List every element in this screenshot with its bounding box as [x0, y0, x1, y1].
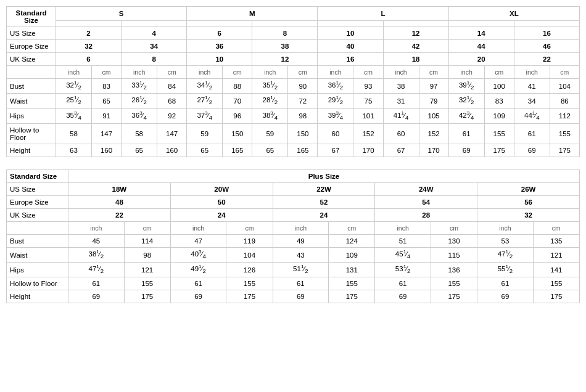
hips-m1-cm: 96	[223, 108, 252, 123]
hips-l2-inch: 411⁄4	[383, 108, 419, 123]
xl-col2	[514, 21, 579, 27]
hips-xl1-cm: 109	[484, 108, 514, 123]
plus-height-18w-inch: 69	[68, 290, 125, 303]
waist-l1-cm: 75	[353, 94, 383, 108]
plus-height-22w-cm: 175	[329, 290, 375, 303]
waist-m2-inch: 281⁄2	[252, 94, 288, 108]
eu-xl1: 44	[448, 40, 514, 53]
hips-m1-inch: 373⁄4	[187, 108, 223, 123]
htf-xl2-inch: 61	[514, 123, 550, 144]
plus-height-22w-inch: 69	[273, 290, 329, 303]
plus-hips-row: Hips 471⁄2 121 491⁄2 126 511⁄2 131 531⁄2…	[7, 263, 580, 277]
waist-s2-inch: 261⁄2	[122, 94, 157, 108]
waist-xl1-cm: 83	[484, 94, 514, 108]
waist-s1-inch: 251⁄2	[56, 94, 92, 108]
plus-unit-inch-5: inch	[477, 221, 534, 234]
us-xl1: 14	[448, 27, 514, 40]
unit-inch-1: inch	[56, 66, 92, 79]
hollow-to-floor-row: Hollow to Floor 58 147 58 147 59 150 59 …	[7, 123, 580, 144]
height-xl2-cm: 175	[550, 144, 579, 157]
bust-m1-inch: 341⁄2	[187, 79, 223, 94]
bust-l1-inch: 361⁄2	[318, 79, 353, 94]
us-s2: 4	[122, 27, 187, 40]
uk-l2: 18	[383, 53, 448, 66]
plus-eu-54: 54	[375, 195, 477, 208]
eu-l2: 42	[383, 40, 448, 53]
bust-xl1-inch: 391⁄2	[448, 79, 484, 94]
plus-eu-56: 56	[477, 195, 580, 208]
plus-hollow-to-floor-row: Hollow to Floor 61 155 61 155 61 155 61 …	[7, 277, 580, 290]
hips-m2-cm: 98	[288, 108, 318, 123]
waist-xl1-inch: 321⁄2	[448, 94, 484, 108]
plus-bust-row: Bust 45 114 47 119 49 124 51 130 53 135	[7, 234, 580, 247]
us-s1: 2	[56, 27, 122, 40]
bust-xl1-cm: 100	[484, 79, 514, 94]
unit-cm-6: cm	[419, 66, 448, 79]
us-l2: 12	[383, 27, 448, 40]
plus-height-row: Height 69 175 69 175 69 175 69 175 69 17…	[7, 290, 580, 303]
plus-hollow-to-floor-label: Hollow to Floor	[7, 277, 68, 290]
plus-hips-22w-inch: 511⁄2	[273, 263, 329, 277]
plus-standard-size-header: Standard Size	[7, 169, 68, 182]
plus-unit-inch-1: inch	[68, 221, 125, 234]
plus-us-18w: 18W	[68, 182, 171, 195]
plus-waist-row: Waist 381⁄2 98 403⁄4 104 43 109 451⁄4 11…	[7, 247, 580, 262]
plus-us-size-label: US Size	[7, 182, 68, 195]
plus-europe-size-label: Europe Size	[7, 195, 68, 208]
m-header: M	[187, 7, 318, 21]
plus-bust-26w-cm: 135	[533, 234, 579, 247]
height-row: Height 63 160 65 160 65 165 65 165 67 17…	[7, 144, 580, 157]
s-header: S	[56, 7, 187, 21]
plus-bust-18w-inch: 45	[68, 234, 125, 247]
height-l1-inch: 67	[318, 144, 353, 157]
plus-height-26w-cm: 175	[533, 290, 579, 303]
plus-htf-20w-inch: 61	[170, 277, 226, 290]
eu-l1: 40	[318, 40, 383, 53]
plus-us-22w: 22W	[273, 182, 375, 195]
plus-htf-18w-cm: 155	[124, 277, 170, 290]
plus-us-20w: 20W	[170, 182, 273, 195]
plus-uk-size-label: UK Size	[7, 208, 68, 221]
plus-unit-cm-5: cm	[533, 221, 579, 234]
units-empty	[7, 66, 56, 79]
htf-xl2-cm: 155	[550, 123, 579, 144]
plus-size-table: Standard Size Plus Size US Size 18W 20W …	[6, 169, 580, 304]
waist-m2-cm: 72	[288, 94, 318, 108]
plus-uk-24b: 24	[273, 208, 375, 221]
plus-htf-18w-inch: 61	[68, 277, 125, 290]
unit-inch-2: inch	[122, 66, 157, 79]
htf-m2-cm: 150	[288, 123, 318, 144]
waist-m1-cm: 70	[223, 94, 252, 108]
plus-waist-20w-inch: 403⁄4	[170, 247, 226, 262]
height-xl1-cm: 175	[484, 144, 514, 157]
plus-unit-cm-1: cm	[124, 221, 170, 234]
plus-us-24w: 24W	[375, 182, 477, 195]
plus-hips-20w-cm: 126	[226, 263, 273, 277]
htf-l2-inch: 60	[383, 123, 419, 144]
hips-xl1-inch: 423⁄4	[448, 108, 484, 123]
height-xl2-inch: 69	[514, 144, 550, 157]
unit-cm-5: cm	[353, 66, 383, 79]
hips-l1-inch: 393⁄4	[318, 108, 353, 123]
us-size-label: US Size	[7, 27, 56, 40]
plus-hips-22w-cm: 131	[329, 263, 375, 277]
plus-waist-22w-cm: 109	[329, 247, 375, 262]
plus-htf-22w-cm: 155	[329, 277, 375, 290]
waist-l2-cm: 79	[419, 94, 448, 108]
height-s2-cm: 160	[157, 144, 187, 157]
htf-s2-cm: 147	[157, 123, 187, 144]
plus-height-20w-inch: 69	[170, 290, 226, 303]
bust-l2-cm: 97	[419, 79, 448, 94]
unit-inch-5: inch	[318, 66, 353, 79]
plus-bust-20w-cm: 119	[226, 234, 273, 247]
plus-waist-18w-cm: 98	[124, 247, 170, 262]
hips-m2-inch: 383⁄4	[252, 108, 288, 123]
us-l1: 10	[318, 27, 383, 40]
htf-m1-cm: 150	[223, 123, 252, 144]
plus-waist-20w-cm: 104	[226, 247, 273, 262]
plus-unit-cm-3: cm	[329, 221, 375, 234]
htf-s1-inch: 58	[56, 123, 92, 144]
plus-waist-24w-inch: 451⁄4	[375, 247, 431, 262]
bust-m2-inch: 351⁄2	[252, 79, 288, 94]
unit-inch-7: inch	[448, 66, 484, 79]
